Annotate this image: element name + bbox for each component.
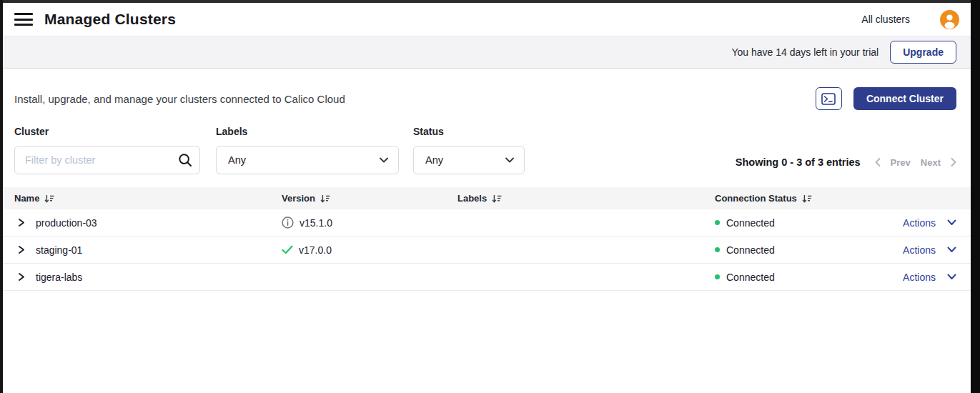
status-dot-icon [715, 247, 720, 252]
trial-message: You have 14 days left in your trial [731, 46, 878, 58]
cluster-filter-label: Cluster [14, 126, 200, 137]
window-frame-right [971, 0, 980, 393]
sort-icon [44, 194, 54, 203]
table-body: production-03 v15.1.0 Connected Actions [3, 209, 971, 291]
expand-row-button[interactable] [14, 218, 25, 227]
status-filter-label: Status [413, 126, 525, 137]
next-button[interactable]: Next [921, 157, 941, 168]
chevron-down-icon [380, 157, 388, 163]
trial-banner: You have 14 days left in your trial Upgr… [3, 36, 971, 69]
hamburger-menu-icon[interactable] [14, 12, 33, 26]
chevron-right-icon[interactable] [951, 158, 956, 166]
status-dot-icon [715, 274, 720, 279]
connect-cluster-button[interactable]: Connect Cluster [853, 87, 956, 110]
cluster-name: tigera-labs [36, 272, 82, 283]
cluster-version: v15.1.0 [300, 217, 332, 229]
user-avatar-icon[interactable] [940, 10, 959, 29]
table-row: tigera-labs Connected Actions [3, 264, 971, 291]
column-header-labels[interactable]: Labels [457, 193, 715, 204]
sort-icon [802, 194, 812, 203]
cluster-version: v17.0.0 [299, 244, 332, 256]
managed-clusters-page: Managed Clusters All clusters You have 1… [3, 3, 971, 393]
table-row: production-03 v15.1.0 Connected Actions [3, 209, 971, 237]
toolbar: Install, upgrade, and manage your cluste… [3, 69, 971, 110]
status-group: Connected [715, 244, 775, 256]
status-dot-icon [715, 220, 720, 225]
column-header-name[interactable]: Name [14, 193, 282, 204]
expand-row-button[interactable] [14, 272, 25, 282]
terminal-button[interactable] [816, 87, 842, 110]
terminal-icon [821, 93, 836, 105]
filter-cluster-group: Cluster [14, 126, 200, 174]
table-header-row: Name Version [3, 187, 971, 209]
cell-name: tigera-labs [14, 272, 282, 283]
row-actions-menu[interactable]: Actions [903, 272, 956, 283]
cell-connection-status: Connected Actions [715, 244, 956, 256]
page-description: Install, upgrade, and manage your cluste… [14, 93, 345, 105]
page-title: Managed Clusters [44, 11, 176, 28]
table-row: staging-01 v17.0.0 Connected Actions [3, 237, 971, 264]
status-text: Connected [726, 217, 775, 229]
actions-label: Actions [903, 244, 936, 256]
cell-name: staging-01 [14, 244, 282, 256]
column-header-version[interactable]: Version [282, 193, 457, 204]
cluster-scope-label[interactable]: All clusters [861, 14, 910, 25]
chevron-down-icon [505, 157, 514, 163]
column-header-connection-status[interactable]: Connection Status [715, 193, 956, 204]
toolbar-actions: Connect Cluster [816, 87, 956, 110]
status-filter-value: Any [425, 154, 443, 166]
expand-row-button[interactable] [14, 245, 25, 254]
prev-button[interactable]: Prev [891, 157, 911, 168]
chevron-right-icon [18, 245, 25, 254]
filter-labels-group: Labels Any [216, 126, 399, 174]
chevron-down-icon [947, 247, 956, 253]
row-actions-menu[interactable]: Actions [903, 217, 956, 229]
actions-label: Actions [903, 217, 936, 229]
status-group: Connected [715, 217, 775, 229]
cell-version: v15.1.0 [282, 217, 457, 229]
info-icon[interactable] [282, 217, 294, 229]
sort-icon [320, 194, 330, 203]
status-text: Connected [726, 244, 775, 256]
cluster-name: production-03 [36, 217, 97, 229]
labels-filter-label: Labels [216, 126, 399, 137]
cell-name: production-03 [14, 217, 282, 229]
labels-filter-select[interactable]: Any [216, 146, 399, 174]
status-group: Connected [715, 272, 775, 283]
status-filter-select[interactable]: Any [413, 146, 525, 174]
chevron-down-icon [947, 219, 956, 226]
check-icon [282, 245, 293, 254]
clusters-table: Name Version [3, 187, 971, 291]
actions-label: Actions [903, 272, 936, 283]
chevron-down-icon [947, 274, 956, 280]
filters-row: Cluster Labels Any Status Any [3, 110, 971, 174]
chevron-right-icon [18, 218, 25, 227]
cell-connection-status: Connected Actions [715, 217, 956, 229]
pagination: Showing 0 - 3 of 3 entries Prev Next [736, 156, 956, 168]
status-text: Connected [726, 272, 775, 283]
chevron-right-icon [18, 272, 25, 282]
sort-icon [492, 194, 502, 203]
chevron-left-icon[interactable] [875, 158, 881, 166]
cell-version: v17.0.0 [282, 244, 457, 256]
cell-connection-status: Connected Actions [715, 272, 956, 283]
search-icon[interactable] [178, 153, 192, 167]
pagination-summary: Showing 0 - 3 of 3 entries [736, 156, 861, 168]
filter-status-group: Status Any [413, 126, 525, 174]
topbar-right: All clusters [861, 10, 959, 29]
row-actions-menu[interactable]: Actions [903, 244, 956, 256]
cluster-name: staging-01 [36, 244, 82, 256]
upgrade-button[interactable]: Upgrade [890, 41, 956, 64]
cluster-filter-input[interactable] [14, 146, 200, 174]
labels-filter-value: Any [228, 154, 246, 166]
top-bar: Managed Clusters All clusters [3, 3, 971, 36]
